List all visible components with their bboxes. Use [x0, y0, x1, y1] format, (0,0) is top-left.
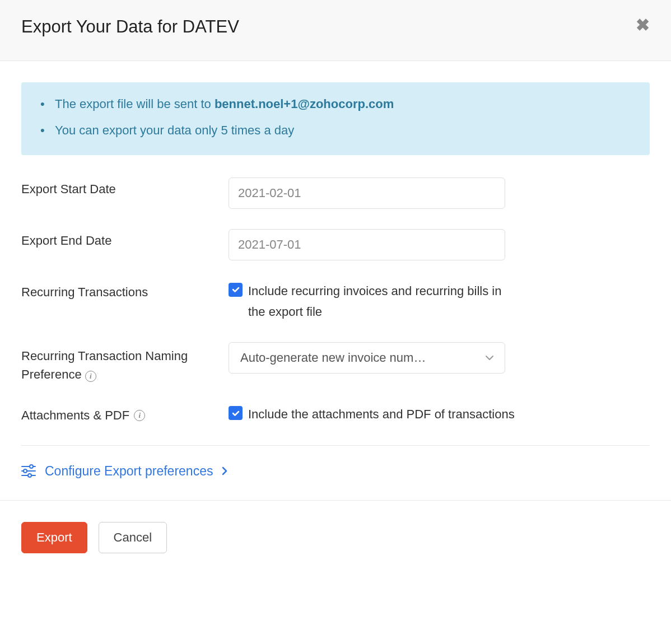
export-button[interactable]: Export: [21, 522, 87, 553]
svg-point-4: [24, 469, 27, 473]
close-icon[interactable]: ✖: [636, 17, 650, 34]
export-modal: Export Your Data for DATEV ✖ The export …: [0, 0, 671, 575]
recurring-transactions-label: Recurring Transactions: [21, 281, 229, 300]
recurring-transactions-checkbox[interactable]: [229, 283, 243, 297]
row-attachments: Attachments & PDF i Include the attachme…: [21, 404, 650, 424]
row-end-date: Export End Date 2021-07-01: [21, 229, 650, 260]
configure-preferences-label: Configure Export preferences: [45, 464, 213, 479]
naming-preference-select[interactable]: Auto-generate new invoice num…: [229, 342, 505, 374]
attachments-label: Attachments & PDF i: [21, 404, 229, 423]
naming-preference-label-text: Recurring Transaction Naming Preference: [21, 349, 188, 381]
info-icon[interactable]: i: [85, 371, 96, 382]
start-date-input[interactable]: 2021-02-01: [229, 178, 505, 209]
attachments-label-text: Attachments & PDF: [21, 408, 129, 423]
modal-title: Export Your Data for DATEV: [21, 17, 239, 37]
sliders-icon: [21, 464, 36, 478]
check-icon: [231, 285, 240, 294]
info-line1-email: bennet.noel+1@zohocorp.com: [215, 97, 394, 111]
info-banner: The export file will be sent to bennet.n…: [21, 82, 650, 155]
attachments-checkbox[interactable]: [229, 406, 243, 420]
row-recurring-transactions: Recurring Transactions Include recurring…: [21, 281, 650, 323]
divider: [21, 445, 650, 446]
naming-preference-selected: Auto-generate new invoice num…: [229, 342, 505, 374]
chevron-right-icon: [222, 466, 227, 475]
end-date-label: Export End Date: [21, 229, 229, 248]
recurring-transactions-checkbox-label: Include recurring invoices and recurring…: [248, 281, 517, 323]
check-icon: [231, 409, 240, 418]
info-line1-prefix: The export file will be sent to: [55, 97, 215, 111]
end-date-input[interactable]: 2021-07-01: [229, 229, 505, 260]
start-date-label: Export Start Date: [21, 178, 229, 197]
info-icon[interactable]: i: [134, 410, 145, 421]
configure-preferences-link[interactable]: Configure Export preferences: [21, 464, 650, 500]
info-line-email: The export file will be sent to bennet.n…: [38, 96, 633, 113]
attachments-checkbox-label: Include the attachments and PDF of trans…: [248, 404, 515, 424]
row-start-date: Export Start Date 2021-02-01: [21, 178, 650, 209]
modal-body: The export file will be sent to bennet.n…: [0, 61, 671, 500]
row-naming-preference: Recurring Transaction Naming Preference …: [21, 342, 650, 384]
modal-header: Export Your Data for DATEV ✖: [0, 0, 671, 61]
modal-footer: Export Cancel: [0, 500, 671, 575]
svg-point-3: [30, 465, 33, 468]
info-line-limit: You can export your data only 5 times a …: [38, 122, 633, 139]
cancel-button[interactable]: Cancel: [99, 522, 167, 553]
svg-point-5: [28, 474, 31, 477]
naming-preference-label: Recurring Transaction Naming Preference …: [21, 342, 229, 384]
